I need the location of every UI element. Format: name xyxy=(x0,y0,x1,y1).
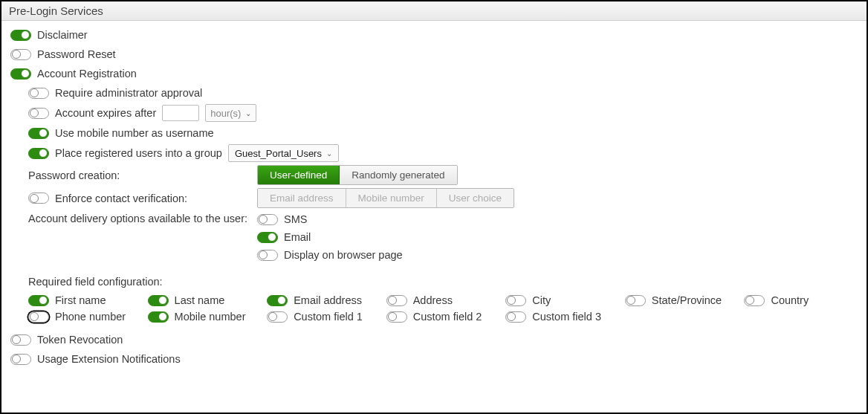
field-custom1: Custom field 1 xyxy=(267,311,380,323)
toggle-disclaimer[interactable] xyxy=(10,30,31,41)
label-delivery-browser: Display on browser page xyxy=(284,249,403,261)
label-field-state: State/Province xyxy=(652,294,722,306)
label-field-mobile_number: Mobile number xyxy=(175,311,246,323)
toggle-token-revocation[interactable] xyxy=(10,334,31,346)
toggle-field-custom1[interactable] xyxy=(267,311,288,323)
toggle-field-state[interactable] xyxy=(625,295,646,306)
label-enforce-contact-verification: Enforce contact verification: xyxy=(55,193,251,204)
label-field-city: City xyxy=(532,294,551,306)
seg-password-user-defined[interactable]: User-defined xyxy=(258,166,340,184)
toggle-field-custom2[interactable] xyxy=(386,311,407,323)
toggle-account-registration[interactable] xyxy=(10,68,31,80)
field-mobile_number: Mobile number xyxy=(148,311,262,323)
chevron-down-icon: ⌄ xyxy=(245,109,251,117)
settings-panel: Pre-Login Services Disclaimer Password R… xyxy=(0,0,868,414)
label-disclaimer: Disclaimer xyxy=(37,29,88,41)
toggle-field-mobile_number[interactable] xyxy=(148,311,169,323)
label-field-email_address: Email address xyxy=(294,294,362,306)
field-country: Country xyxy=(744,294,858,306)
label-field-last_name: Last name xyxy=(175,294,225,306)
section-title: Pre-Login Services xyxy=(9,4,103,17)
toggle-place-in-group[interactable] xyxy=(28,148,49,159)
toggle-require-admin-approval[interactable] xyxy=(28,88,49,99)
row-account-registration: Account Registration xyxy=(10,64,858,83)
row-account-expires: Account expires after hour(s) ⌄ xyxy=(10,103,858,123)
row-use-mobile-username: Use mobile number as username xyxy=(10,123,858,143)
row-password-reset: Password Reset xyxy=(10,45,858,64)
segmented-contact-verification: Email addressMobile numberUser choice xyxy=(257,188,514,208)
label-token-revocation: Token Revocation xyxy=(37,334,123,346)
field-phone_number: Phone number xyxy=(28,311,142,323)
row-usage-ext-notif: Usage Extension Notifications xyxy=(10,349,858,369)
input-account-expires-value[interactable] xyxy=(162,105,199,121)
label-place-in-group: Place registered users into a group xyxy=(55,147,222,159)
toggle-account-expires[interactable] xyxy=(28,108,49,119)
select-account-expires-unit[interactable]: hour(s) ⌄ xyxy=(205,104,256,122)
label-field-first_name: First name xyxy=(55,294,106,306)
toggle-enforce-contact-verification[interactable] xyxy=(28,193,49,204)
delivery-options-stack: SMS Email Display on browser page xyxy=(257,211,403,263)
toggle-password-reset[interactable] xyxy=(10,49,31,60)
label-required-fields: Required field configuration: xyxy=(28,276,163,288)
select-account-expires-unit-value: hour(s) xyxy=(210,108,241,119)
field-state: State/Province xyxy=(625,294,739,306)
row-password-creation: Password creation: User-definedRandomly … xyxy=(10,164,858,187)
label-password-reset: Password Reset xyxy=(37,48,116,60)
select-user-group-value: Guest_Portal_Users xyxy=(235,148,322,159)
label-account-expires: Account expires after xyxy=(55,107,156,119)
field-email_address: Email address xyxy=(267,294,380,306)
field-city: City xyxy=(505,294,619,306)
toggle-field-email_address[interactable] xyxy=(267,295,288,306)
label-usage-ext-notif: Usage Extension Notifications xyxy=(37,353,181,365)
toggle-field-custom3[interactable] xyxy=(505,311,526,323)
row-enforce-contact-verification: Enforce contact verification: Email addr… xyxy=(10,187,858,210)
required-fields-grid-wrap: First nameLast nameEmail addressAddressC… xyxy=(10,294,858,323)
row-delivery-options: Account delivery options available to th… xyxy=(10,210,858,265)
toggle-field-last_name[interactable] xyxy=(148,295,169,306)
label-delivery-options: Account delivery options available to th… xyxy=(28,211,251,224)
select-user-group[interactable]: Guest_Portal_Users ⌄ xyxy=(228,144,339,162)
label-account-registration: Account Registration xyxy=(37,68,137,80)
seg-password-randomly-generated[interactable]: Randomly generated xyxy=(340,166,456,184)
seg-verify-email-address: Email address xyxy=(258,189,346,207)
toggle-field-city[interactable] xyxy=(505,295,526,306)
row-require-admin-approval: Require administrator approval xyxy=(10,83,858,103)
row-place-in-group: Place registered users into a group Gues… xyxy=(10,143,858,164)
label-field-custom3: Custom field 3 xyxy=(532,311,601,323)
section-body: Disclaimer Password Reset Account Regist… xyxy=(1,21,867,376)
label-field-custom2: Custom field 2 xyxy=(413,311,482,323)
toggle-delivery-email[interactable] xyxy=(257,232,278,243)
toggle-usage-ext-notif[interactable] xyxy=(10,354,31,365)
seg-verify-mobile-number: Mobile number xyxy=(346,189,437,207)
label-field-country: Country xyxy=(771,294,809,306)
label-field-address: Address xyxy=(413,294,453,306)
row-token-revocation: Token Revocation xyxy=(10,330,858,349)
seg-verify-user-choice: User choice xyxy=(437,189,514,207)
toggle-field-phone_number[interactable] xyxy=(28,311,49,323)
row-disclaimer: Disclaimer xyxy=(10,25,858,45)
label-use-mobile-username: Use mobile number as username xyxy=(55,127,214,139)
label-delivery-sms: SMS xyxy=(284,213,307,225)
row-required-fields-header: Required field configuration: xyxy=(10,272,858,291)
label-password-creation: Password creation: xyxy=(28,169,251,181)
label-field-phone_number: Phone number xyxy=(55,311,126,323)
label-delivery-email: Email xyxy=(284,231,311,243)
field-last_name: Last name xyxy=(148,294,262,306)
section-header: Pre-Login Services xyxy=(1,1,867,21)
field-first_name: First name xyxy=(28,294,142,306)
toggle-field-address[interactable] xyxy=(386,295,407,306)
field-custom2: Custom field 2 xyxy=(386,311,500,323)
field-custom3: Custom field 3 xyxy=(505,311,619,323)
toggle-field-country[interactable] xyxy=(744,295,765,306)
toggle-delivery-browser[interactable] xyxy=(257,250,278,261)
label-field-custom1: Custom field 1 xyxy=(294,311,363,323)
toggle-field-first_name[interactable] xyxy=(28,295,49,306)
toggle-use-mobile-username[interactable] xyxy=(28,128,49,139)
segmented-password-creation: User-definedRandomly generated xyxy=(257,165,458,185)
label-require-admin-approval: Require administrator approval xyxy=(55,87,202,99)
toggle-delivery-sms[interactable] xyxy=(257,214,278,225)
chevron-down-icon: ⌄ xyxy=(326,149,332,158)
required-fields-grid: First nameLast nameEmail addressAddressC… xyxy=(28,294,858,323)
field-address: Address xyxy=(386,294,500,306)
